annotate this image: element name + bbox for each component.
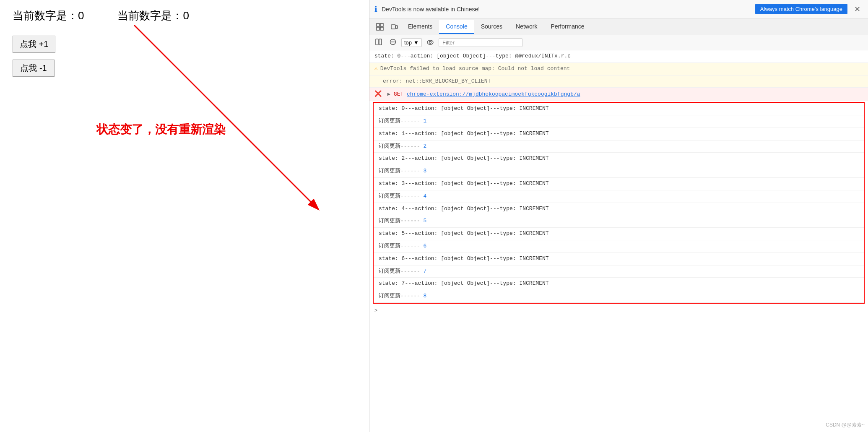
svg-point-12 — [427, 40, 433, 44]
expand-icon[interactable]: ▶ — [387, 91, 390, 97]
notification-text: DevTools is now available in Chinese! — [382, 6, 751, 13]
info-icon: ℹ — [374, 5, 377, 14]
console-line-warning: ⚠DevTools failed to load source map: Cou… — [369, 63, 868, 75]
current-numbers-row: 当前数字是：0 当前数字是：0 — [13, 8, 356, 23]
error-link[interactable]: chrome-extension://mjdbhokoopacimoekfgkc… — [407, 91, 580, 97]
devtools-notification-bar: ℹ DevTools is now available in Chinese! … — [369, 0, 868, 18]
svg-point-13 — [429, 42, 431, 44]
console-line-state-6: state: 6---action: [object Object]---typ… — [374, 253, 864, 265]
devtools-panel: ℹ DevTools is now available in Chinese! … — [369, 0, 868, 432]
svg-rect-9 — [379, 39, 382, 45]
annotation-text: 状态变了，没有重新渲染 — [96, 122, 226, 138]
tab-performance[interactable]: Performance — [544, 20, 591, 34]
console-line-sub-6: 订阅更新------ 6 — [374, 240, 864, 253]
svg-rect-5 — [380, 27, 383, 30]
eye-icon — [427, 40, 434, 45]
warning-icon: ⚠ — [374, 65, 378, 72]
console-line-state-5: state: 5---action: [object Object]---typ… — [374, 228, 864, 240]
svg-rect-7 — [396, 26, 398, 29]
device-icon — [390, 23, 398, 31]
tab-network[interactable]: Network — [509, 20, 544, 34]
console-line-state-1: state: 1---action: [object Object]---typ… — [374, 128, 864, 141]
svg-rect-3 — [380, 23, 383, 26]
inspect-icon-button[interactable] — [373, 21, 387, 33]
console-output: state: 0---action: [object Object]---typ… — [369, 50, 868, 432]
error-icon: ❌ — [374, 91, 382, 97]
decrement-button[interactable]: 点我 -1 — [13, 60, 55, 77]
console-toolbar: top ▼ — [369, 35, 868, 50]
web-content: 当前数字是：0 当前数字是：0 点我 +1 点我 -1 状态变了，没有重新渲染 — [0, 0, 369, 432]
console-line-state-4: state: 4---action: [object Object]---typ… — [374, 203, 864, 216]
clear-icon — [390, 39, 396, 45]
always-match-language-button[interactable]: Always match Chrome's language — [755, 4, 847, 14]
svg-rect-4 — [377, 27, 379, 30]
device-toolbar-icon-button[interactable] — [387, 21, 401, 33]
increment-button[interactable]: 点我 +1 — [13, 36, 55, 53]
console-group: state: 0---action: [object Object]---typ… — [373, 102, 865, 304]
console-line-sub-8: 订阅更新------ 8 — [374, 290, 864, 303]
console-line-sub-2: 订阅更新------ 2 — [374, 141, 864, 153]
console-line-error: ❌ ▶ GET chrome-extension://mjdbhokoopaci… — [369, 88, 868, 101]
inspect-icon — [376, 23, 384, 31]
clear-console-button[interactable] — [387, 37, 399, 48]
filter-input[interactable] — [439, 38, 522, 47]
console-line-state-7: state: 7---action: [object Object]---typ… — [374, 278, 864, 290]
console-line-sub-1: 订阅更新------ 1 — [374, 115, 864, 128]
svg-rect-8 — [376, 39, 378, 45]
context-selector[interactable]: top ▼ — [401, 38, 422, 47]
tab-sources[interactable]: Sources — [474, 20, 509, 34]
console-line-state-3: state: 3---action: [object Object]---typ… — [374, 178, 864, 190]
devtools-tab-bar: Elements Console Sources Network Perform… — [369, 18, 868, 35]
sidebar-toggle-icon — [375, 39, 382, 45]
svg-rect-2 — [377, 23, 379, 26]
console-line-sub-7: 订阅更新------ 7 — [374, 265, 864, 278]
console-chevron-icon: > — [374, 308, 377, 314]
chevron-down-icon: ▼ — [413, 39, 419, 46]
console-prompt[interactable]: > — [369, 304, 868, 316]
notification-close-icon[interactable]: ✕ — [852, 5, 863, 14]
current-number-2: 当前数字是：0 — [117, 8, 189, 23]
current-number-1: 当前数字是：0 — [13, 8, 84, 23]
tab-console[interactable]: Console — [439, 20, 474, 34]
eye-icon-button[interactable] — [424, 37, 436, 48]
console-line-sub-3: 订阅更新------ 3 — [374, 165, 864, 178]
console-line-warning-cont: error: net::ERR_BLOCKED_BY_CLIENT — [369, 75, 868, 88]
context-label: top — [404, 39, 412, 46]
console-line-state-0: state: 0---action: [object Object]---typ… — [374, 103, 864, 115]
console-line-sub-5: 订阅更新------ 5 — [374, 215, 864, 228]
tab-elements[interactable]: Elements — [401, 20, 439, 34]
console-line-init: state: 0---action: [object Object]---typ… — [369, 50, 868, 63]
console-line-sub-4: 订阅更新------ 4 — [374, 190, 864, 203]
console-line-state-2: state: 2---action: [object Object]---typ… — [374, 153, 864, 165]
watermark: CSDN @@素素~ — [826, 422, 865, 429]
console-sidebar-icon-button[interactable] — [373, 37, 385, 48]
svg-rect-6 — [391, 25, 395, 29]
